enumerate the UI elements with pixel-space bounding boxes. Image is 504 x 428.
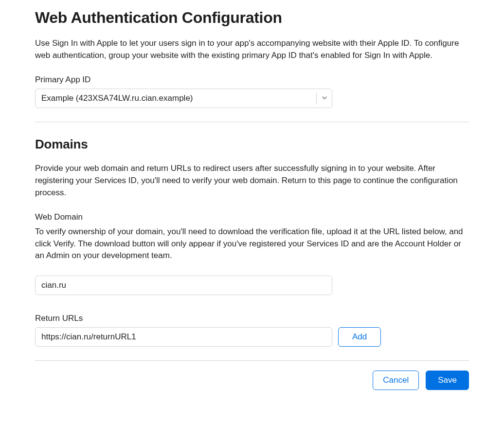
footer-actions: Cancel Save: [35, 371, 469, 390]
divider: [35, 122, 469, 122]
primary-app-id-label: Primary App ID: [35, 75, 469, 85]
primary-app-id-select[interactable]: Example (423XSA74LW.ru.cian.example): [35, 89, 332, 108]
web-domain-label: Web Domain: [35, 212, 469, 222]
add-button[interactable]: Add: [338, 327, 381, 347]
web-domain-input[interactable]: [35, 276, 332, 295]
footer-divider: [35, 360, 469, 361]
primary-app-id-value: Example (423XSA74LW.ru.cian.example): [41, 93, 193, 103]
save-button[interactable]: Save: [426, 371, 469, 390]
return-url-input[interactable]: [35, 327, 332, 347]
page-description: Use Sign In with Apple to let your users…: [35, 37, 469, 61]
cancel-button[interactable]: Cancel: [373, 371, 419, 390]
web-domain-section: Web Domain To verify ownership of your d…: [35, 212, 469, 309]
page-title: Web Authentication Configuration: [35, 9, 469, 27]
domains-title: Domains: [35, 137, 469, 152]
web-domain-help: To verify ownership of your domain, you'…: [35, 226, 469, 262]
domains-description: Provide your web domain and return URLs …: [35, 163, 469, 199]
primary-app-id-section: Primary App ID Example (423XSA74LW.ru.ci…: [35, 75, 469, 108]
return-urls-label: Return URLs: [35, 314, 469, 323]
return-urls-section: Return URLs Add: [35, 314, 469, 347]
